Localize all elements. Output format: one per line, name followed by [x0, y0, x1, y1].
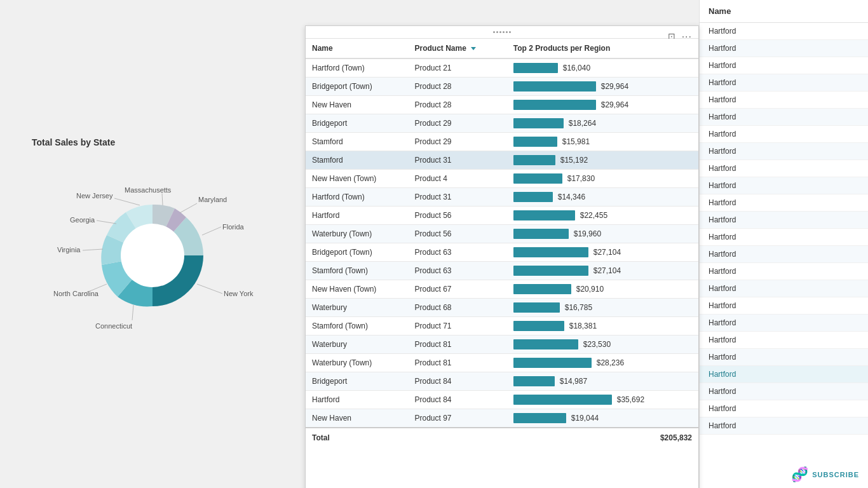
list-item[interactable]: Hartford	[700, 126, 868, 143]
list-item[interactable]: Hartford	[700, 349, 868, 366]
cell-product: Product 29	[408, 133, 506, 151]
table-row[interactable]: Hartford (Town) Product 21 $16,040	[306, 58, 698, 78]
bar-value: $29,964	[601, 100, 628, 109]
drag-handle[interactable]	[493, 31, 511, 33]
bar-chart-bar	[513, 118, 564, 128]
list-item[interactable]: Hartford	[700, 92, 868, 109]
cell-product: Product 71	[408, 317, 506, 336]
cell-product: Product 68	[408, 299, 506, 317]
bar-value: $27,104	[593, 248, 621, 257]
cell-product: Product 29	[408, 114, 506, 133]
chart-title: Total Sales by State	[32, 137, 115, 147]
table-row[interactable]: Waterbury (Town) Product 56 $19,960	[306, 225, 698, 243]
subscribe-area: 🧬 SUBSCRIBE	[700, 461, 868, 488]
right-panel-header: Name	[700, 0, 868, 23]
cell-product: Product 28	[408, 96, 506, 114]
donut-chart-svg: Maryland Massachusetts New Jersey Georgi…	[51, 160, 254, 351]
table-row[interactable]: Waterbury (Town) Product 81 $28,236	[306, 354, 698, 372]
list-item[interactable]: Hartford	[700, 263, 868, 280]
table-row[interactable]: Hartford Product 56 $22,455	[306, 207, 698, 225]
bar-value: $19,044	[571, 414, 599, 423]
bar-value: $15,981	[562, 137, 590, 146]
list-item[interactable]: Hartford	[700, 212, 868, 229]
total-label: Total	[306, 428, 408, 447]
col-header-top2[interactable]: Top 2 Products per Region	[507, 39, 698, 58]
bar-value: $18,381	[569, 322, 597, 330]
total-value: $205,832	[507, 428, 698, 447]
table-row[interactable]: Hartford (Town) Product 31 $14,346	[306, 188, 698, 207]
list-item[interactable]: Hartford	[700, 57, 868, 74]
bar-value: $35,692	[617, 395, 644, 404]
list-item[interactable]: Hartford	[700, 194, 868, 212]
table-row[interactable]: Bridgeport Product 29 $18,264	[306, 114, 698, 133]
list-item[interactable]: Hartford	[700, 177, 868, 194]
table-header-row: Name Product Name Top 2 Products per Reg…	[306, 39, 698, 58]
table-row[interactable]: New Haven Product 28 $29,964	[306, 96, 698, 114]
table-row[interactable]: Stamford Product 31 $15,192	[306, 151, 698, 170]
cell-name: Bridgeport (Town)	[306, 243, 408, 262]
cell-bar: $16,785	[507, 299, 698, 317]
donut-hole	[121, 224, 184, 287]
list-item[interactable]: Hartford	[700, 229, 868, 246]
cell-product: Product 63	[408, 262, 506, 280]
label-newyork: New York	[224, 290, 254, 297]
list-item[interactable]: Hartford	[700, 332, 868, 349]
table-row[interactable]: Bridgeport (Town) Product 28 $29,964	[306, 78, 698, 96]
cell-product: Product 81	[408, 354, 506, 372]
cell-name: Waterbury	[306, 336, 408, 354]
cell-name: Stamford (Town)	[306, 317, 408, 336]
table-row[interactable]: Stamford (Town) Product 71 $18,381	[306, 317, 698, 336]
cell-product: Product 21	[408, 58, 506, 78]
list-item[interactable]: Hartford	[700, 297, 868, 315]
svg-line-2	[114, 198, 140, 205]
table-row[interactable]: Stamford Product 29 $15,981	[306, 133, 698, 151]
table-row[interactable]: Waterbury Product 81 $23,530	[306, 336, 698, 354]
cell-bar: $17,830	[507, 170, 698, 188]
col-header-product[interactable]: Product Name	[408, 39, 506, 58]
table-row[interactable]: Hartford Product 84 $35,692	[306, 391, 698, 409]
list-item[interactable]: Hartford	[700, 246, 868, 263]
table-row[interactable]: New Haven (Town) Product 4 $17,830	[306, 170, 698, 188]
list-item[interactable]: Hartford	[700, 417, 868, 435]
label-northcarolina: North Carolina	[53, 290, 99, 297]
table-footer-row: Total $205,832	[306, 428, 698, 447]
left-panel: Total Sales by State	[0, 0, 305, 488]
table-row[interactable]: New Haven Product 97 $19,044	[306, 409, 698, 428]
table-row[interactable]: New Haven (Town) Product 67 $20,910	[306, 280, 698, 299]
list-item[interactable]: Hartford	[700, 315, 868, 332]
cell-name: Hartford (Town)	[306, 188, 408, 207]
label-connecticut: Connecticut	[95, 322, 132, 330]
bar-value: $22,455	[580, 211, 607, 220]
bar-chart-bar	[513, 358, 592, 368]
list-item[interactable]: Hartford	[700, 143, 868, 160]
table-wrapper[interactable]: Name Product Name Top 2 Products per Reg…	[306, 39, 698, 488]
table-row[interactable]: Bridgeport (Town) Product 63 $27,104	[306, 243, 698, 262]
table-body: Hartford (Town) Product 21 $16,040 Bridg…	[306, 58, 698, 428]
total-amount: $205,832	[660, 433, 692, 442]
bar-chart-bar	[513, 302, 560, 313]
bar-value: $19,960	[574, 229, 601, 238]
list-item[interactable]: Hartford	[700, 160, 868, 177]
col-header-name[interactable]: Name	[306, 39, 408, 58]
list-item[interactable]: Hartford	[700, 383, 868, 400]
svg-line-3	[97, 220, 116, 224]
list-item[interactable]: Hartford	[700, 280, 868, 297]
table-row[interactable]: Stamford (Town) Product 63 $27,104	[306, 262, 698, 280]
bar-chart-bar	[513, 81, 596, 92]
subscribe-label[interactable]: SUBSCRIBE	[812, 471, 859, 478]
bar-value: $14,987	[560, 377, 587, 386]
bar-chart-bar	[513, 192, 553, 202]
table-row[interactable]: Bridgeport Product 84 $14,987	[306, 372, 698, 391]
cell-bar: $29,964	[507, 78, 698, 96]
table-row[interactable]: Waterbury Product 68 $16,785	[306, 299, 698, 317]
bar-chart-bar	[513, 247, 588, 257]
list-item[interactable]: Hartford	[700, 366, 868, 383]
list-item[interactable]: Hartford	[700, 40, 868, 57]
bar-chart-bar	[513, 413, 566, 423]
bar-value: $20,910	[576, 285, 604, 294]
list-item[interactable]: Hartford	[700, 74, 868, 92]
list-item[interactable]: Hartford	[700, 109, 868, 126]
list-item[interactable]: Hartford	[700, 23, 868, 40]
list-item[interactable]: Hartford	[700, 400, 868, 417]
cell-name: Bridgeport	[306, 372, 408, 391]
